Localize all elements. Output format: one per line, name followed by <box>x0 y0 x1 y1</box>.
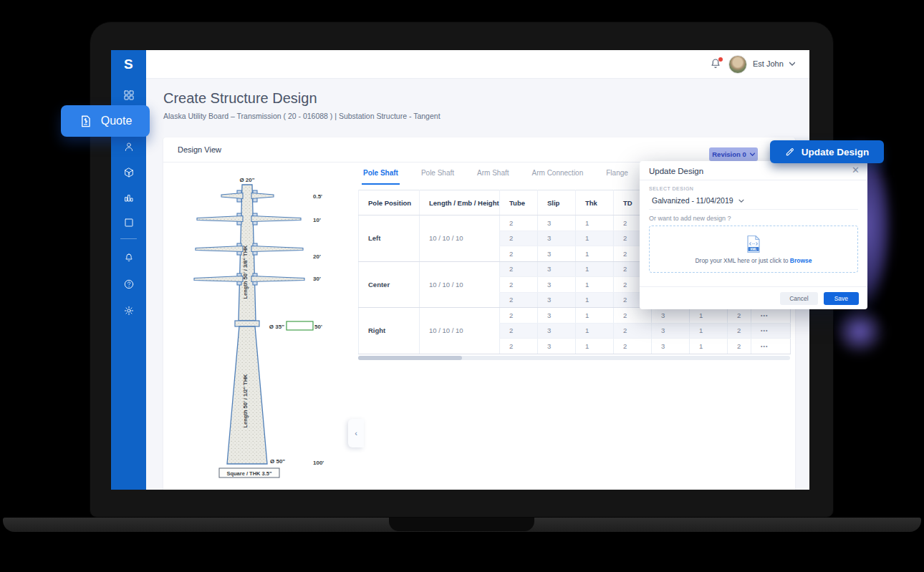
value-cell[interactable]: 3 <box>538 292 576 308</box>
sidebar-item-frame-icon[interactable] <box>111 217 146 230</box>
sidebar-item-analytics-icon[interactable] <box>111 193 146 205</box>
value-cell[interactable]: 2 <box>500 292 538 308</box>
value-cell[interactable]: 3 <box>538 261 576 277</box>
value-cell[interactable]: 1 <box>576 308 614 324</box>
avatar[interactable] <box>728 55 747 74</box>
sidebar-item-dashboard-icon[interactable] <box>111 89 146 102</box>
value-cell[interactable]: 2 <box>500 277 538 293</box>
sidebar-item-help-icon[interactable] <box>111 278 146 291</box>
update-design-button[interactable]: Update Design <box>770 140 884 163</box>
tab-pole-shaft[interactable]: Pole Shaft <box>420 166 456 185</box>
tab-flange[interactable]: Flange <box>605 166 630 185</box>
revision-label: Revision 0 <box>712 150 746 158</box>
notification-bell-icon[interactable] <box>709 57 723 72</box>
row-actions-button[interactable]: ••• <box>751 323 791 339</box>
length-emb-height-cell: 10 / 10 / 10 <box>420 215 500 262</box>
value-cell[interactable]: 1 <box>576 246 614 262</box>
value-cell[interactable]: 1 <box>690 323 728 339</box>
save-button[interactable]: Save <box>824 292 859 305</box>
value-cell[interactable]: 3 <box>538 231 576 246</box>
column-header: Pole Position <box>359 190 420 215</box>
row-actions-button[interactable]: ••• <box>751 339 791 354</box>
value-cell[interactable]: 1 <box>576 323 614 339</box>
value-cell[interactable]: 1 <box>690 308 728 324</box>
value-cell[interactable]: 1 <box>576 231 614 246</box>
panel-title: Design View <box>178 145 221 154</box>
value-cell[interactable]: 2 <box>500 261 538 277</box>
dimension-input-box[interactable] <box>287 321 313 330</box>
help-icon <box>123 278 135 290</box>
sidebar-item-settings-icon[interactable] <box>111 305 146 318</box>
notification-dot <box>718 57 723 62</box>
app-logo[interactable]: S <box>111 50 146 79</box>
user-name[interactable]: Est John <box>753 59 784 68</box>
value-cell[interactable]: 1 <box>576 261 614 277</box>
product-icon <box>123 167 135 178</box>
close-icon[interactable]: ✕ <box>852 165 860 175</box>
user-menu-caret-icon[interactable] <box>789 62 795 66</box>
modal-header: Update Design ✕ <box>640 161 867 180</box>
value-cell[interactable]: 3 <box>538 246 576 262</box>
value-cell[interactable]: 1 <box>576 292 614 308</box>
column-header: Tube <box>500 190 538 215</box>
arm-height-label: 10' <box>313 217 321 223</box>
xml-dropzone[interactable]: XML Drop your XML here or just click to … <box>649 226 858 273</box>
browse-link[interactable]: Browse <box>790 257 812 264</box>
value-cell[interactable]: 3 <box>652 323 690 339</box>
value-cell[interactable]: 3 <box>538 308 576 324</box>
update-design-modal: Update Design ✕ SELECT DESIGN Galvanized… <box>640 161 867 309</box>
collapse-panel-handle[interactable]: ‹ <box>348 419 364 447</box>
tab-arm-shaft[interactable]: Arm Shaft <box>476 166 510 185</box>
value-cell[interactable]: 2 <box>500 339 538 354</box>
value-cell[interactable]: 3 <box>538 339 576 354</box>
sidebar-item-product-icon[interactable] <box>111 167 146 180</box>
value-cell[interactable]: 1 <box>576 215 614 231</box>
quote-button[interactable]: Quote <box>61 105 150 137</box>
mid-height-label: 50' <box>314 324 322 330</box>
value-cell[interactable]: 1 <box>690 339 728 354</box>
column-header: Thk <box>576 190 614 215</box>
sidebar-item-user-icon[interactable] <box>111 141 146 154</box>
tab-pole-shaft[interactable]: Pole Shaft <box>362 166 400 185</box>
design-select[interactable]: Galvanized - 11/04/2019 <box>649 195 858 210</box>
value-cell[interactable]: 2 <box>500 215 538 231</box>
arm-height-label: 20' <box>313 253 321 260</box>
value-cell[interactable]: 2 <box>728 339 751 354</box>
sidebar-item-bell-icon[interactable] <box>111 252 146 265</box>
tab-arm-connection[interactable]: Arm Connection <box>531 166 585 185</box>
value-cell[interactable]: 2 <box>728 308 751 324</box>
modal-footer: Cancel Save <box>640 286 867 309</box>
value-cell[interactable]: 1 <box>576 339 614 354</box>
value-cell[interactable]: 2 <box>500 323 538 339</box>
value-cell[interactable]: 2 <box>500 308 538 324</box>
bell-icon <box>123 252 135 263</box>
value-cell[interactable]: 2 <box>614 308 652 324</box>
length-emb-height-cell: 10 / 10 / 10 <box>420 308 500 354</box>
value-cell[interactable]: 3 <box>538 323 576 339</box>
topbar: Est John <box>146 50 809 79</box>
value-cell[interactable]: 3 <box>652 339 690 354</box>
scrollbar-thumb[interactable] <box>358 356 462 360</box>
cancel-button[interactable]: Cancel <box>780 292 817 305</box>
value-cell[interactable]: 2 <box>728 323 751 339</box>
horizontal-scrollbar[interactable] <box>358 356 790 360</box>
arm-height-label: 30' <box>313 276 321 282</box>
value-cell[interactable]: 2 <box>614 323 652 339</box>
base-height-label: 100' <box>313 460 324 466</box>
update-design-label: Update Design <box>802 147 870 157</box>
user-icon <box>123 141 135 152</box>
value-cell[interactable]: 3 <box>538 277 576 293</box>
marketing-mockup: S Est John Create Structure Design Alask… <box>0 0 924 572</box>
value-cell[interactable]: 1 <box>576 277 614 293</box>
value-cell[interactable]: 3 <box>538 215 576 231</box>
value-cell[interactable]: 2 <box>500 246 538 262</box>
value-cell[interactable]: 2 <box>500 231 538 246</box>
settings-icon <box>123 305 135 316</box>
value-cell[interactable]: 2 <box>614 339 652 354</box>
row-actions-button[interactable]: ••• <box>751 308 791 324</box>
value-cell[interactable]: 3 <box>652 308 690 324</box>
analytics-icon <box>123 193 135 204</box>
page-title: Create Structure Design <box>163 90 317 107</box>
revision-dropdown[interactable]: Revision 0 <box>709 147 758 161</box>
laptop-base-notch <box>389 518 534 531</box>
